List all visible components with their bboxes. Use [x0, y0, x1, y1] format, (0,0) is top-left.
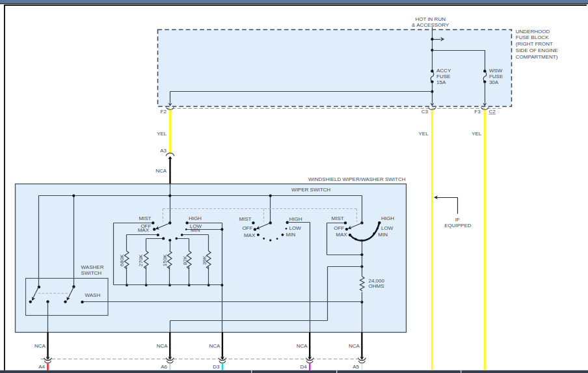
svg-text:LOW: LOW: [289, 225, 302, 231]
svg-text:WINDSHIELD WIPER/WASHER SWITCH: WINDSHIELD WIPER/WASHER SWITCH: [308, 176, 406, 182]
svg-text:MIN: MIN: [378, 232, 388, 238]
svg-text:EQUIPPED: EQUIPPED: [444, 223, 472, 228]
svg-text:YEL: YEL: [157, 131, 167, 137]
svg-text:MAX: MAX: [138, 227, 150, 233]
svg-text:A5: A5: [353, 364, 359, 370]
svg-text:680K: 680K: [119, 254, 125, 266]
svg-text:UNDERHOOD: UNDERHOOD: [516, 29, 550, 35]
svg-text:NCA: NCA: [349, 343, 360, 349]
svg-text:HIGH: HIGH: [189, 215, 202, 221]
svg-text:WASHER: WASHER: [81, 264, 104, 270]
svg-text:FUSE BLOCK: FUSE BLOCK: [516, 35, 549, 40]
svg-text:HIGH: HIGH: [289, 216, 302, 222]
svg-text:FUSE: FUSE: [436, 74, 450, 79]
svg-text:LOW: LOW: [381, 225, 394, 231]
svg-text:A3: A3: [160, 148, 167, 154]
svg-text:MIST: MIST: [139, 215, 151, 221]
svg-text:SWITCH: SWITCH: [81, 270, 102, 276]
svg-text:MAX: MAX: [244, 232, 256, 238]
svg-text:270K: 270K: [138, 254, 144, 266]
svg-text:F3: F3: [474, 109, 481, 115]
svg-text:OFF: OFF: [242, 225, 252, 231]
svg-text:MIN: MIN: [191, 227, 200, 233]
svg-text:OFF: OFF: [334, 225, 344, 231]
svg-text:NCA: NCA: [297, 343, 308, 349]
svg-text:NCA: NCA: [155, 168, 167, 174]
svg-text:MIN: MIN: [286, 232, 296, 238]
svg-text:OHMS: OHMS: [369, 283, 384, 289]
svg-text:MAX: MAX: [336, 232, 347, 238]
svg-text:150K: 150K: [162, 254, 168, 266]
svg-text:NCA: NCA: [209, 343, 220, 349]
svg-text:WSW: WSW: [489, 68, 503, 74]
svg-text:IF: IF: [455, 217, 460, 223]
svg-text:F2: F2: [161, 109, 167, 115]
svg-text:MIST: MIST: [239, 216, 251, 222]
svg-text:YEL: YEL: [418, 131, 429, 137]
svg-text:30A: 30A: [489, 79, 499, 85]
svg-text:SIDE OF ENGINE: SIDE OF ENGINE: [516, 48, 558, 53]
svg-text:D4: D4: [300, 364, 307, 370]
svg-text:39K: 39K: [202, 255, 207, 265]
svg-text:NCA: NCA: [157, 343, 168, 349]
svg-text:WIPER SWITCH: WIPER SWITCH: [291, 187, 330, 193]
svg-text:C3: C3: [421, 109, 429, 115]
svg-text:ACCY: ACCY: [436, 68, 451, 74]
svg-text:A4: A4: [38, 364, 45, 370]
svg-text:WASH: WASH: [85, 292, 101, 298]
svg-text:& ACCESSORY: & ACCESSORY: [412, 22, 449, 28]
svg-text:82K: 82K: [182, 255, 188, 265]
svg-text:A6: A6: [161, 364, 167, 370]
svg-text:COMPARTMENT): COMPARTMENT): [516, 54, 558, 60]
svg-text:MIST: MIST: [332, 215, 344, 221]
svg-text:HIGH: HIGH: [381, 215, 394, 221]
svg-text:FUSE: FUSE: [489, 74, 503, 79]
svg-text:D3: D3: [213, 364, 220, 370]
svg-text:YEL: YEL: [472, 131, 482, 137]
svg-text:NCA: NCA: [34, 343, 46, 349]
svg-text:(RIGHT FRONT: (RIGHT FRONT: [516, 41, 553, 47]
svg-text:15A: 15A: [436, 79, 446, 85]
